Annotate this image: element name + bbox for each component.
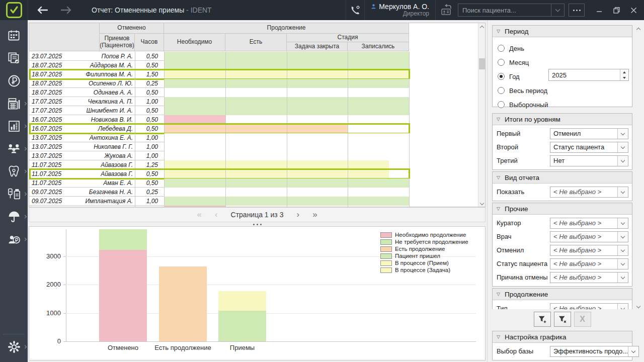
dropdown-open-button[interactable] bbox=[617, 187, 628, 197]
table-row[interactable]: 11.07.2025Айвазова Г.0,50 bbox=[29, 169, 478, 178]
section-report-view-header[interactable]: ▽Вид отчета bbox=[493, 172, 632, 184]
section-continuation-header[interactable]: ▽Продолжение bbox=[493, 289, 632, 300]
cell-status bbox=[287, 197, 348, 206]
panel-splitter[interactable] bbox=[29, 222, 486, 226]
section-others-header[interactable]: ▽Прочие bbox=[493, 203, 632, 215]
sidebar-item-schedule[interactable] bbox=[0, 24, 28, 47]
table-row[interactable]: 11.07.2025Айвазова Г.1,25 bbox=[29, 160, 478, 169]
spin-up-button[interactable] bbox=[620, 69, 628, 75]
table-scrollbar[interactable] bbox=[478, 23, 486, 207]
dropdown-curator[interactable]: < Не выбрано > bbox=[550, 218, 628, 229]
dropdown-cancel-reason[interactable]: < Не выбрано > bbox=[550, 272, 628, 283]
table-row[interactable]: 13.07.2025Жукова А.1,00 bbox=[29, 151, 478, 160]
apply-filter-button[interactable] bbox=[534, 312, 551, 327]
forward-button[interactable] bbox=[56, 0, 76, 20]
table-row[interactable]: 13.07.2025Николаев Г. Г.1,00 bbox=[29, 142, 478, 151]
header-col-hours[interactable]: Часов bbox=[135, 34, 164, 51]
year-input[interactable] bbox=[549, 69, 620, 80]
header-col-task-closed[interactable]: Задача закрыта bbox=[287, 42, 348, 51]
sidebar-item-medications[interactable] bbox=[0, 183, 28, 205]
dropdown-base-select[interactable]: Эффективность продо... bbox=[550, 346, 639, 357]
header-col-exists[interactable]: Есть bbox=[225, 34, 287, 51]
dropdown-open-button[interactable] bbox=[617, 156, 628, 166]
restore-button[interactable] bbox=[608, 0, 625, 20]
scroll-up-button[interactable] bbox=[478, 23, 486, 31]
dropdown-level-third[interactable]: Нет bbox=[550, 155, 628, 166]
dropdown-show[interactable]: < Не выбрано > bbox=[550, 187, 628, 198]
header-col-signed-up[interactable]: Записались bbox=[348, 42, 409, 51]
table-row[interactable]: 17.07.2025Шнимбент И. А.0,50 bbox=[29, 106, 478, 115]
panel-scrollbar[interactable] bbox=[635, 25, 641, 310]
table-row[interactable]: 18.07.2025Одинаев А. А.0,50 bbox=[29, 88, 478, 97]
close-button[interactable] bbox=[625, 0, 642, 20]
next-page-button[interactable]: › bbox=[296, 210, 299, 220]
radio-period-month[interactable]: Месяц bbox=[498, 58, 529, 67]
minimize-button[interactable] bbox=[591, 0, 608, 20]
sidebar-item-settings[interactable] bbox=[0, 335, 28, 358]
radio-period-all[interactable]: Весь период bbox=[498, 86, 547, 95]
section-chart-settings-header[interactable]: ▽Настройка графика bbox=[493, 331, 632, 343]
scroll-up-button[interactable] bbox=[635, 25, 641, 33]
dropdown-open-button[interactable] bbox=[617, 304, 628, 310]
radio-period-day[interactable]: День bbox=[498, 44, 524, 53]
clear-filter-button[interactable] bbox=[554, 312, 571, 327]
scrollbar-thumb[interactable] bbox=[479, 58, 485, 69]
section-levels-header[interactable]: ▽Итоги по уровням bbox=[493, 114, 632, 125]
ident-logo[interactable] bbox=[0, 0, 28, 20]
dropdown-open-button[interactable] bbox=[617, 273, 628, 283]
dropdown-level-first[interactable]: Отменил bbox=[550, 128, 628, 139]
dropdown-patient-status[interactable]: < Не выбрано > bbox=[550, 258, 628, 269]
dropdown-type[interactable]: < Не выбрано > bbox=[550, 303, 628, 310]
patient-search-input[interactable] bbox=[458, 7, 551, 14]
table-row[interactable]: 11.07.2025Аман Е. А.0,50 bbox=[29, 178, 478, 188]
prev-page-button[interactable]: ‹ bbox=[215, 210, 218, 220]
table-row[interactable]: 18.07.2025Айдарова М. А.0,50 bbox=[29, 61, 478, 70]
more-options-button[interactable] bbox=[569, 4, 585, 17]
current-user[interactable]: Меркулов А. О. Директор bbox=[365, 3, 435, 18]
header-col-appointments[interactable]: Приемов (Пациентов) bbox=[100, 34, 135, 51]
table-row[interactable]: 09.07.2025Безгачева Н. А.0,25 bbox=[29, 188, 478, 197]
table-row[interactable]: 16.07.2025Новикова В. И.0,50 bbox=[29, 115, 478, 124]
dropdown-doctor[interactable]: < Не выбрано > bbox=[550, 231, 628, 242]
table-row[interactable]: 09.07.2025Имплантация А.1,00 bbox=[29, 197, 478, 206]
dropdown-open-button[interactable] bbox=[617, 245, 628, 255]
scroll-down-button[interactable] bbox=[478, 200, 486, 207]
table-row[interactable]: 18.07.2025Филиппова М. А.1,50 bbox=[29, 70, 478, 79]
telephony-button[interactable] bbox=[346, 0, 364, 20]
header-col-needed[interactable]: Необходимо bbox=[164, 34, 225, 51]
back-button[interactable] bbox=[32, 0, 52, 20]
dropdown-level-second[interactable]: Статус пациента bbox=[550, 142, 628, 153]
sidebar-item-dental[interactable] bbox=[0, 160, 28, 183]
dropdown-cancelled-by[interactable]: < Не выбрано > bbox=[550, 245, 628, 256]
sidebar-item-patients[interactable] bbox=[0, 137, 28, 160]
sidebar-item-reports[interactable] bbox=[0, 115, 28, 137]
dropdown-open-button[interactable] bbox=[617, 218, 628, 228]
table-row[interactable]: 23.07.2025Попов Р. А.0,50 bbox=[29, 52, 478, 61]
radio-period-year[interactable]: Год bbox=[498, 72, 520, 81]
radio-period-custom[interactable]: Выборочный bbox=[498, 100, 548, 109]
scroll-down-button[interactable] bbox=[635, 303, 641, 310]
spin-down-button[interactable] bbox=[620, 75, 628, 80]
dropdown-open-button[interactable] bbox=[617, 142, 628, 152]
patient-card-return-button[interactable] bbox=[436, 0, 458, 20]
table-row[interactable]: 16.07.2025Лебедева Д.0,50 bbox=[29, 124, 478, 133]
table-row[interactable]: 18.07.2025Осипенко Л. Ю.0,25 bbox=[29, 79, 478, 88]
sidebar-item-salary[interactable] bbox=[0, 228, 28, 250]
cell-hours: 1,00 bbox=[135, 142, 164, 151]
search-dropdown-button[interactable] bbox=[551, 4, 564, 16]
last-page-button[interactable]: » bbox=[312, 210, 317, 220]
dropdown-open-button[interactable] bbox=[617, 232, 628, 242]
sidebar-item-insurance[interactable] bbox=[0, 205, 28, 228]
sidebar-item-tasks[interactable] bbox=[0, 47, 28, 69]
section-period-header[interactable]: ▽ Период bbox=[493, 26, 632, 37]
dropdown-open-button[interactable] bbox=[628, 346, 638, 356]
first-page-button[interactable]: « bbox=[197, 210, 201, 220]
dropdown-open-button[interactable] bbox=[617, 129, 628, 139]
chevron-down-icon bbox=[621, 144, 625, 148]
export-excel-button[interactable]: X bbox=[574, 312, 591, 327]
table-row[interactable]: 17.07.2025Чекалкина А. П.1,00 bbox=[29, 97, 478, 106]
table-row[interactable]: 13.07.2025Антохина Е. А.1,00 bbox=[29, 133, 478, 142]
sidebar-item-cashbox[interactable] bbox=[0, 92, 28, 115]
sidebar-item-payments[interactable] bbox=[0, 69, 28, 92]
dropdown-open-button[interactable] bbox=[617, 259, 628, 269]
